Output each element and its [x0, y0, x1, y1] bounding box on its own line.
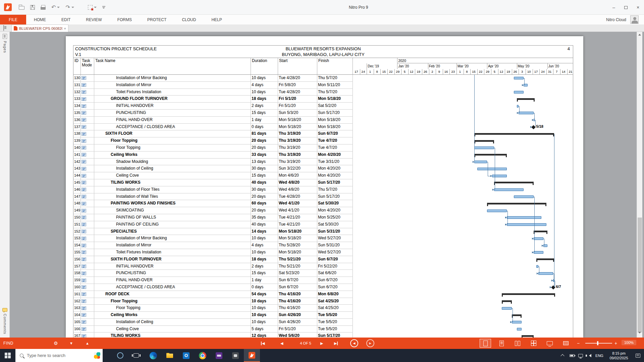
tab-forms[interactable]: FORMS	[110, 15, 140, 24]
document-tab-close-icon[interactable]: ×	[64, 26, 66, 31]
gantt-week-label: 12	[498, 70, 505, 73]
purple-app-button[interactable]	[211, 349, 227, 362]
view-fullscreen-button[interactable]	[560, 339, 572, 348]
view-continuous-button[interactable]	[496, 339, 507, 348]
tab-protect[interactable]: PROTECT	[140, 15, 174, 24]
finish-cell: Tue 4/7/20	[317, 144, 353, 151]
week-tick	[422, 69, 422, 74]
taskbar-clock[interactable]: 8:15 pm 09/02/2025	[606, 349, 632, 362]
close-button[interactable]: ×	[632, 0, 644, 15]
task-mode-cell	[81, 207, 94, 214]
column-header-finish: Finish	[317, 58, 353, 74]
history-forward-button[interactable]: ▶	[366, 339, 374, 347]
scroll-down-arrow[interactable]	[638, 332, 641, 334]
task-name-cell: Floor Topping	[94, 298, 251, 305]
finish-cell: Mon 5/11/20	[317, 82, 353, 88]
zoom-in-button[interactable]: +	[614, 338, 617, 349]
vertical-scrollbar[interactable]	[637, 32, 642, 338]
pages-panel-toggle-button[interactable]	[3, 25, 4, 31]
task-mode-icon	[82, 223, 86, 226]
view-facing-pages-button[interactable]	[512, 339, 523, 348]
tray-expand-button[interactable]	[558, 349, 567, 362]
find-label[interactable]: FIND	[3, 338, 13, 349]
task-name-cell: Shadow Moulding	[94, 159, 251, 165]
gantt-month-label: Mar '20	[458, 64, 469, 68]
finish-cell: Tue 5/5/20	[317, 326, 353, 333]
next-page-button[interactable]: ▶	[320, 338, 323, 349]
view-presentation-button[interactable]	[544, 339, 555, 348]
single-page-icon	[483, 341, 488, 346]
maximize-icon	[624, 6, 628, 9]
network-tray-button[interactable]	[576, 349, 585, 362]
last-page-button[interactable]: ▶	[334, 338, 338, 349]
tab-help[interactable]: HELP	[204, 15, 229, 24]
zoom-slider[interactable]	[585, 343, 612, 344]
zoom-level[interactable]: 100%	[622, 340, 636, 345]
duration-cell: 10 days	[251, 305, 278, 311]
outlook-app-button[interactable]: O	[178, 349, 194, 362]
snapshot-button[interactable]	[88, 5, 97, 10]
minimize-button[interactable]: –	[608, 0, 620, 15]
cortana-button[interactable]	[112, 349, 128, 362]
duration-cell: 5 days	[251, 326, 278, 333]
document-tab[interactable]: BLUEWATER CPS 060820 ×	[11, 24, 68, 32]
zoom-slider-thumb[interactable]	[597, 341, 598, 345]
finish-cell: Mon 6/8/20	[317, 291, 353, 298]
find-next-down-button[interactable]: ▼	[69, 338, 73, 349]
save-icon	[30, 5, 35, 10]
duration-cell: 33 days	[251, 152, 278, 158]
first-page-button[interactable]: ◀	[261, 338, 265, 349]
undo-button[interactable]: ↶	[51, 5, 60, 10]
find-prev-up-button[interactable]: ▲	[86, 338, 89, 349]
save-button[interactable]	[30, 5, 35, 10]
nitro-cloud-label[interactable]: Nitro Cloud	[606, 17, 626, 22]
tab-edit[interactable]: EDIT	[54, 15, 78, 24]
tab-home[interactable]: HOME	[26, 15, 54, 24]
gantt-task-bar	[474, 161, 487, 163]
taskbar-search[interactable]: Type here to search	[15, 349, 103, 362]
maximize-button[interactable]	[620, 0, 632, 15]
clock-time: 8:15 pm	[612, 351, 626, 356]
comments-rail-tab[interactable]: Comments	[0, 308, 10, 334]
purple-app-icon	[216, 352, 222, 359]
workspace: Pages Comments CONSTRUCTION PROJECT SCHE…	[0, 32, 644, 338]
language-indicator[interactable]: ENG	[594, 349, 605, 362]
speaker-icon	[589, 354, 591, 357]
action-center-button[interactable]	[633, 349, 643, 362]
zoom-out-button[interactable]: −	[577, 338, 580, 349]
previous-page-button[interactable]: ◀	[280, 338, 283, 349]
gantt-header: 2020Dec '19Jan '20Feb '20Mar '20Apr '20M…	[353, 58, 573, 74]
scrollbar-thumb[interactable]	[638, 218, 642, 333]
find-settings-button[interactable]: ⚙	[54, 338, 58, 349]
table-row: 142Shadow Moulding13 daysThu 3/19/20Tue …	[73, 159, 353, 166]
duration-cell: 0 days	[251, 284, 278, 291]
view-grid-button[interactable]	[528, 339, 539, 348]
history-back-button[interactable]: ◀	[350, 339, 358, 347]
task-mode-cell	[81, 326, 94, 333]
task-view-button[interactable]	[128, 349, 144, 362]
open-button[interactable]	[19, 5, 24, 10]
view-single-page-button[interactable]	[480, 339, 491, 348]
gantt-summary-bar	[494, 182, 534, 183]
file-explorer-app-button[interactable]	[162, 349, 178, 362]
tab-review[interactable]: REVIEW	[78, 15, 109, 24]
user-avatar[interactable]	[630, 15, 639, 24]
volume-tray-button[interactable]	[585, 349, 594, 362]
link-arrow	[537, 273, 538, 275]
task-name-cell: Installation of Mirror Backing	[94, 75, 251, 81]
pages-rail-tab[interactable]: Pages	[0, 34, 10, 53]
summary-bar-cap	[506, 154, 507, 157]
print-button[interactable]	[41, 5, 46, 10]
customize-toolbar-button[interactable]	[102, 6, 105, 9]
nitro-app-button[interactable]	[244, 349, 260, 362]
edge-app-button[interactable]	[145, 349, 161, 362]
battery-tray-button[interactable]	[568, 349, 576, 362]
redo-button[interactable]: ↷	[65, 5, 74, 10]
gray-app-button[interactable]	[227, 349, 244, 362]
tab-file[interactable]: FILE	[0, 15, 26, 24]
first-page-icon	[261, 342, 262, 345]
start-button[interactable]	[0, 349, 15, 362]
tab-cloud[interactable]: CLOUD	[174, 15, 204, 24]
scroll-up-arrow[interactable]	[638, 34, 641, 36]
chrome-app-button[interactable]	[195, 349, 211, 362]
